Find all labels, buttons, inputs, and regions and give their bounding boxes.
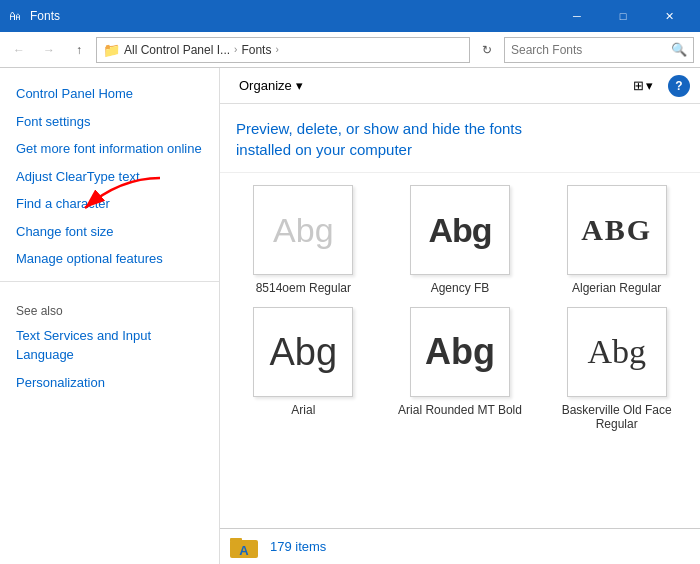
- font-preview-algerian: ABG: [567, 185, 667, 275]
- forward-button[interactable]: →: [36, 37, 62, 63]
- font-name-agency-fb: Agency FB: [431, 281, 490, 295]
- view-button[interactable]: ⊞ ▾: [626, 74, 660, 97]
- sidebar-item-change-font-size[interactable]: Change font size: [0, 218, 219, 246]
- font-preview-text-8514oem: Abg: [273, 211, 334, 250]
- font-item-baskerville[interactable]: Abg Baskerville Old Face Regular: [543, 307, 690, 431]
- statusbar-font-icon: A: [230, 535, 258, 559]
- app-icon: 🗛: [8, 8, 24, 24]
- font-item-8514oem[interactable]: Abg 8514oem Regular: [230, 185, 377, 295]
- main-layout: Control Panel Home Font settings Get mor…: [0, 68, 700, 564]
- breadcrumb-chevron: ›: [234, 44, 237, 55]
- organize-label: Organize: [239, 78, 292, 93]
- window-title: Fonts: [30, 9, 554, 23]
- sidebar-item-font-settings[interactable]: Font settings: [0, 108, 219, 136]
- organize-button[interactable]: Organize ▾: [230, 73, 312, 98]
- font-name-8514oem: 8514oem Regular: [256, 281, 351, 295]
- font-preview-agency-fb: Abg: [410, 185, 510, 275]
- fonts-grid-container[interactable]: Abg 8514oem Regular Abg Agency FB ABG: [220, 173, 700, 528]
- view-icon: ⊞: [633, 78, 644, 93]
- statusbar-count: 179 items: [270, 539, 326, 554]
- see-also-label: See also: [0, 298, 219, 322]
- font-preview-text-arial: Abg: [270, 331, 338, 374]
- font-preview-text-agency-fb: Abg: [428, 211, 491, 250]
- svg-rect-2: [230, 538, 242, 542]
- search-box[interactable]: 🔍: [504, 37, 694, 63]
- font-preview-text-arial-rounded: Abg: [425, 331, 495, 373]
- sidebar-item-find-character[interactable]: Find a character: [0, 190, 219, 218]
- address-box[interactable]: 📁 All Control Panel I... › Fonts ›: [96, 37, 470, 63]
- font-preview-baskerville: Abg: [567, 307, 667, 397]
- font-preview-text-baskerville: Abg: [587, 333, 646, 371]
- font-preview-text-algerian: ABG: [581, 213, 652, 247]
- font-name-arial: Arial: [291, 403, 315, 417]
- sidebar-divider: [0, 281, 219, 282]
- search-icon: 🔍: [671, 42, 687, 57]
- sidebar: Control Panel Home Font settings Get mor…: [0, 68, 220, 564]
- font-item-arial[interactable]: Abg Arial: [230, 307, 377, 431]
- breadcrumb-control-panel[interactable]: All Control Panel I...: [124, 43, 230, 57]
- font-item-arial-rounded[interactable]: Abg Arial Rounded MT Bold: [387, 307, 534, 431]
- sidebar-item-manage-optional[interactable]: Manage optional features: [0, 245, 219, 273]
- addressbar: ← → ↑ 📁 All Control Panel I... › Fonts ›…: [0, 32, 700, 68]
- search-input[interactable]: [511, 43, 671, 57]
- titlebar: 🗛 Fonts ─ □ ✕: [0, 0, 700, 32]
- organize-chevron: ▾: [296, 78, 303, 93]
- fonts-grid: Abg 8514oem Regular Abg Agency FB ABG: [230, 185, 690, 431]
- font-preview-8514oem: Abg: [253, 185, 353, 275]
- font-name-baskerville: Baskerville Old Face Regular: [543, 403, 690, 431]
- sidebar-item-cleartype[interactable]: Adjust ClearType text: [0, 163, 219, 191]
- back-button[interactable]: ←: [6, 37, 32, 63]
- statusbar: A 179 items: [220, 528, 700, 564]
- up-button[interactable]: ↑: [66, 37, 92, 63]
- sidebar-item-control-panel-home[interactable]: Control Panel Home: [0, 80, 219, 108]
- description-text: Preview, delete, or show and hide the fo…: [236, 120, 522, 158]
- sidebar-see-also: See also Text Services and Input Languag…: [0, 298, 219, 397]
- breadcrumb-end-chevron: ›: [275, 44, 278, 55]
- address-folder-icon: 📁: [103, 42, 120, 58]
- help-button[interactable]: ?: [668, 75, 690, 97]
- breadcrumb: All Control Panel I... › Fonts ›: [124, 43, 279, 57]
- window-controls: ─ □ ✕: [554, 0, 692, 32]
- svg-text:A: A: [239, 543, 249, 558]
- sidebar-item-text-services[interactable]: Text Services and Input Language: [0, 322, 219, 369]
- minimize-button[interactable]: ─: [554, 0, 600, 32]
- sidebar-item-personalization[interactable]: Personalization: [0, 369, 219, 397]
- content-description: Preview, delete, or show and hide the fo…: [220, 104, 700, 173]
- font-preview-arial-rounded: Abg: [410, 307, 510, 397]
- font-item-agency-fb[interactable]: Abg Agency FB: [387, 185, 534, 295]
- font-name-algerian: Algerian Regular: [572, 281, 661, 295]
- sidebar-item-more-font-info[interactable]: Get more font information online: [0, 135, 219, 163]
- breadcrumb-fonts[interactable]: Fonts: [241, 43, 271, 57]
- font-name-arial-rounded: Arial Rounded MT Bold: [398, 403, 522, 417]
- maximize-button[interactable]: □: [600, 0, 646, 32]
- view-chevron: ▾: [646, 78, 653, 93]
- content-area: Organize ▾ ⊞ ▾ ? Preview, delete, or sho…: [220, 68, 700, 564]
- font-preview-arial: Abg: [253, 307, 353, 397]
- close-button[interactable]: ✕: [646, 0, 692, 32]
- content-toolbar: Organize ▾ ⊞ ▾ ?: [220, 68, 700, 104]
- font-item-algerian[interactable]: ABG Algerian Regular: [543, 185, 690, 295]
- refresh-button[interactable]: ↻: [474, 37, 500, 63]
